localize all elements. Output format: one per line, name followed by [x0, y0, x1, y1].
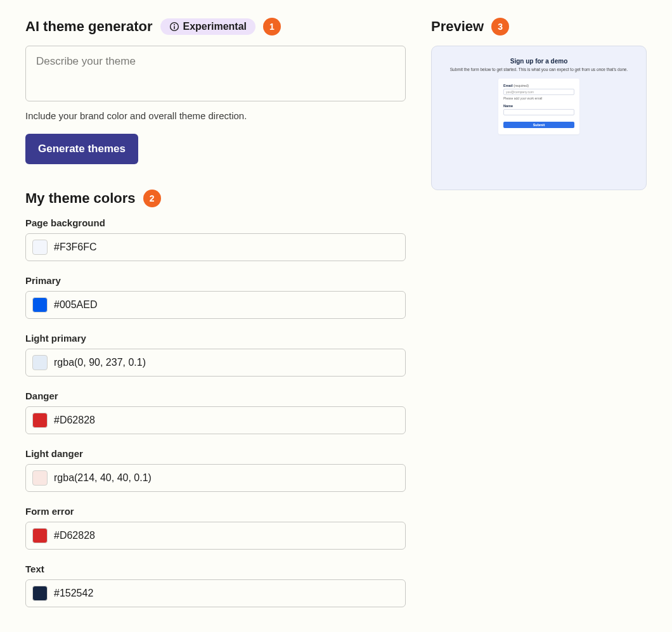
- color-input[interactable]: [25, 579, 406, 607]
- preview-subtext: Submit the form below to get started. Th…: [443, 67, 635, 72]
- color-value-input[interactable]: [54, 472, 399, 484]
- color-field-label: Page background: [25, 217, 406, 228]
- preview-email-help: Please add your work email: [503, 96, 574, 100]
- color-value-input[interactable]: [54, 299, 399, 311]
- preview-email-label: Email (required): [503, 84, 574, 87]
- preview-name-input: [503, 109, 574, 115]
- generate-themes-button[interactable]: Generate themes: [25, 134, 138, 164]
- ai-section-title: AI theme generator: [25, 18, 153, 35]
- color-field: Primary: [25, 275, 406, 319]
- color-input[interactable]: [25, 291, 406, 319]
- preview-submit-button: Submit: [503, 122, 574, 128]
- preview-email-input: you@company.com: [503, 89, 574, 95]
- step-marker-3: 3: [491, 18, 509, 35]
- color-field: Danger: [25, 390, 406, 434]
- color-swatch[interactable]: [32, 240, 48, 255]
- step-marker-2: 2: [143, 190, 161, 207]
- color-value-input[interactable]: [54, 530, 399, 541]
- experimental-badge-label: Experimental: [183, 21, 247, 32]
- color-field-label: Danger: [25, 390, 406, 401]
- experimental-badge: Experimental: [160, 18, 255, 35]
- color-input[interactable]: [25, 406, 406, 434]
- preview-name-label: Name: [503, 104, 574, 108]
- color-field-label: Light danger: [25, 448, 406, 459]
- color-input[interactable]: [25, 522, 406, 550]
- colors-section-header: My theme colors 2: [25, 190, 406, 207]
- color-swatch[interactable]: [32, 297, 48, 313]
- preview-section-title: Preview: [431, 18, 484, 35]
- color-swatch[interactable]: [32, 586, 48, 601]
- color-field: Light danger: [25, 448, 406, 492]
- color-input[interactable]: [25, 233, 406, 261]
- preview-heading: Sign up for a demo: [443, 58, 635, 65]
- preview-form-card: Email (required) you@company.com Please …: [498, 79, 579, 134]
- color-field: Light primary: [25, 333, 406, 377]
- colors-section-title: My theme colors: [25, 190, 136, 207]
- color-field-label: Text: [25, 564, 406, 574]
- svg-point-1: [174, 24, 175, 25]
- color-field: Form error: [25, 506, 406, 550]
- color-input[interactable]: [25, 349, 406, 377]
- svg-rect-2: [174, 26, 175, 29]
- step-marker-1: 1: [263, 18, 281, 35]
- color-field: Text: [25, 564, 406, 607]
- theme-description-help: Include your brand color and overall the…: [25, 110, 406, 121]
- color-input[interactable]: [25, 464, 406, 492]
- color-value-input[interactable]: [54, 588, 399, 599]
- preview-panel: Sign up for a demo Submit the form below…: [431, 46, 647, 190]
- theme-description-input[interactable]: [25, 46, 406, 101]
- color-value-input[interactable]: [54, 242, 399, 253]
- color-swatch[interactable]: [32, 355, 48, 370]
- color-swatch[interactable]: [32, 470, 48, 486]
- color-field-label: Light primary: [25, 333, 406, 344]
- color-field-label: Primary: [25, 275, 406, 286]
- color-swatch[interactable]: [32, 528, 48, 543]
- color-value-input[interactable]: [54, 415, 399, 426]
- color-swatch[interactable]: [32, 413, 48, 428]
- preview-section-header: Preview 3: [431, 18, 647, 35]
- color-field-label: Form error: [25, 506, 406, 517]
- ai-section-header: AI theme generator Experimental 1: [25, 18, 406, 35]
- info-icon: [169, 22, 179, 32]
- color-value-input[interactable]: [54, 357, 399, 368]
- color-field: Page background: [25, 217, 406, 261]
